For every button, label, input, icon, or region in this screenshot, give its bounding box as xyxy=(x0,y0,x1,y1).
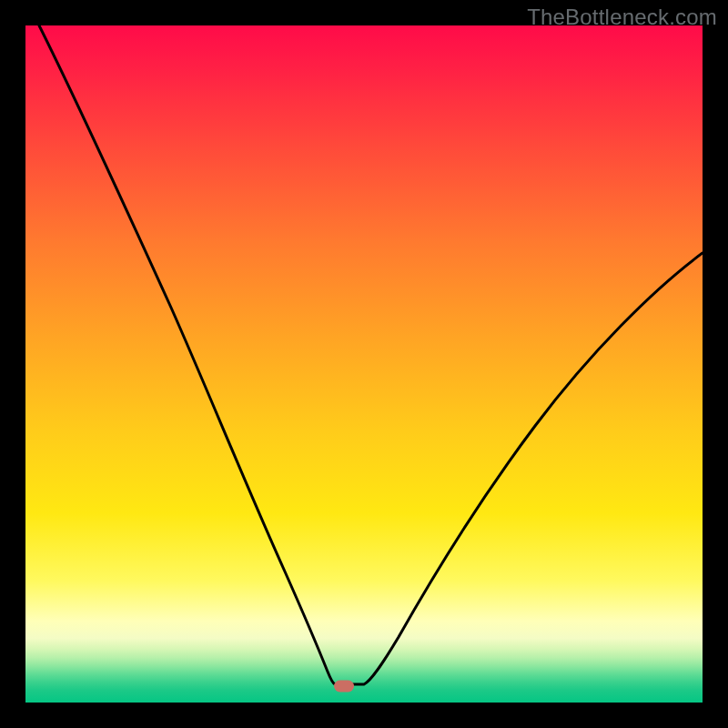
chart-frame: TheBottleneck.com xyxy=(0,0,728,728)
bottleneck-curve xyxy=(39,25,703,684)
curve-svg xyxy=(25,25,703,703)
optimum-marker xyxy=(334,681,354,693)
plot-area xyxy=(25,25,703,703)
